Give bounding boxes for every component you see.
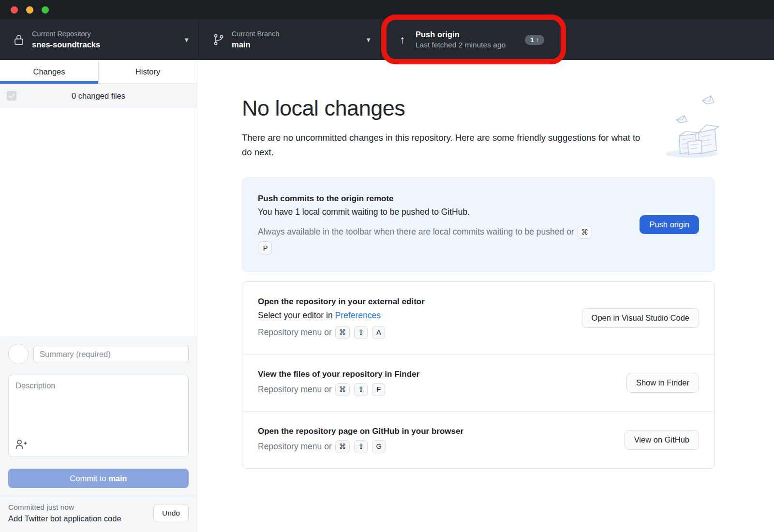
push-panel-hint-text: Always available in the toolbar when the…: [258, 227, 574, 236]
a-key: A: [372, 326, 385, 339]
undo-text: Committed just now Add Twitter bot appli…: [8, 503, 121, 523]
cmd-key: ⌘: [578, 226, 593, 239]
summary-row: [8, 344, 189, 364]
close-window-button[interactable]: [11, 6, 18, 14]
g-key: G: [372, 440, 385, 453]
push-origin-toolbar-button[interactable]: ↑ Push origin Last fetched 2 minutes ago…: [380, 19, 774, 60]
last-commit-message: Add Twitter bot application code: [8, 514, 121, 523]
f-key: F: [372, 383, 385, 396]
suggestion-row-github: Open the repository page on GitHub in yo…: [242, 411, 714, 468]
add-coauthor-icon[interactable]: [15, 439, 28, 452]
zoom-window-button[interactable]: [42, 6, 49, 14]
push-origin-button[interactable]: Push origin: [640, 215, 699, 234]
commit-description-box: [8, 375, 189, 457]
undo-button[interactable]: Undo: [153, 504, 189, 522]
preferences-link[interactable]: Preferences: [335, 310, 381, 320]
suggestion-subtitle: Select your editor in Preferences: [258, 310, 572, 321]
minimize-window-button[interactable]: [26, 6, 33, 14]
suggestion-text: Open the repository page on GitHub in yo…: [258, 427, 615, 453]
github-desktop-window: Current Repository snes-soundtracks ▼ Cu…: [0, 0, 774, 532]
suggestion-title: Open the repository in your external edi…: [258, 297, 572, 307]
undo-commit-banner: Committed just now Add Twitter bot appli…: [0, 496, 197, 532]
show-in-finder-button[interactable]: Show in Finder: [626, 373, 699, 393]
suggestion-text: Open the repository in your external edi…: [258, 297, 572, 339]
suggestion-title: View the files of your repository in Fin…: [258, 369, 617, 379]
window-body: Changes History 0 changed files: [0, 60, 774, 532]
commit-summary-input[interactable]: [33, 345, 189, 363]
cmd-key: ⌘: [335, 326, 350, 339]
push-panel-line1: You have 1 local commit waiting to be pu…: [258, 207, 630, 217]
main-content: No local changes There are no uncommitte…: [197, 60, 774, 532]
shift-key: ⇧: [354, 326, 368, 339]
suggestion-row-finder: View the files of your repository in Fin…: [242, 354, 714, 411]
repository-text: Current Repository snes-soundtracks: [32, 30, 100, 50]
branch-name: main: [232, 39, 279, 50]
push-panel-text: Push commits to the origin remote You ha…: [258, 194, 630, 255]
commit-to-main-button[interactable]: Commit to main: [8, 469, 189, 488]
suggestion-subtitle-text: Select your editor in: [258, 310, 335, 320]
changed-files-header: 0 changed files: [0, 84, 197, 108]
titlebar: [0, 0, 774, 19]
branch-text: Current Branch main: [232, 30, 279, 50]
changed-files-count: 0 changed files: [0, 91, 197, 101]
repository-name: snes-soundtracks: [32, 39, 100, 50]
suggestion-text: View the files of your repository in Fin…: [258, 369, 617, 396]
p-key: P: [259, 241, 272, 254]
sidebar-tabs: Changes History: [0, 60, 197, 84]
arrow-up-icon: ↑: [396, 34, 409, 45]
commit-button-branch: main: [108, 474, 127, 483]
suggestion-shortcut: Repository menu or ⌘⇧A: [258, 326, 572, 339]
changed-files-list: [0, 108, 197, 337]
current-repository-dropdown[interactable]: Current Repository snes-soundtracks ▼: [0, 19, 198, 60]
open-in-vscode-button[interactable]: Open in Visual Studio Code: [582, 308, 699, 328]
branch-label: Current Branch: [232, 30, 279, 39]
cmd-key: ⌘: [335, 383, 350, 396]
shortcut-prefix: Repository menu or: [258, 442, 332, 452]
suggestion-shortcut: Repository menu or ⌘⇧G: [258, 440, 615, 453]
page-description: There are no uncommitted changes in this…: [242, 131, 646, 159]
sidebar: Changes History 0 changed files: [0, 60, 197, 532]
suggestion-row-external-editor: Open the repository in your external edi…: [242, 282, 714, 354]
push-origin-subtitle: Last fetched 2 minutes ago: [416, 40, 506, 50]
toolbar: Current Repository snes-soundtracks ▼ Cu…: [0, 19, 774, 60]
push-panel-title: Push commits to the origin remote: [258, 194, 630, 204]
suggestion-shortcut: Repository menu or ⌘⇧F: [258, 383, 617, 396]
git-branch-icon: [212, 33, 225, 46]
paper-stack-illustration: [660, 88, 724, 163]
suggestions-panel: Open the repository in your external edi…: [242, 281, 715, 469]
tab-history[interactable]: History: [98, 60, 197, 83]
avatar: [8, 344, 29, 364]
repository-label: Current Repository: [32, 30, 100, 39]
chevron-down-icon: ▼: [183, 37, 190, 43]
chevron-down-icon: ▼: [365, 37, 372, 43]
commit-description-input[interactable]: [9, 375, 188, 457]
lock-icon: [13, 34, 25, 46]
commit-form: Commit to main: [0, 337, 197, 496]
commit-button-prefix: Commit to: [70, 474, 108, 483]
push-origin-title: Push origin: [416, 29, 506, 40]
cmd-key: ⌘: [335, 440, 350, 453]
push-origin-text: Push origin Last fetched 2 minutes ago: [416, 29, 506, 50]
ahead-count-badge: 1 ↑: [525, 35, 544, 45]
push-commits-panel: Push commits to the origin remote You ha…: [242, 177, 715, 272]
shortcut-prefix: Repository menu or: [258, 384, 332, 395]
shift-key: ⇧: [354, 440, 368, 453]
view-on-github-button[interactable]: View on GitHub: [625, 430, 699, 450]
current-branch-dropdown[interactable]: Current Branch main ▼: [198, 19, 380, 60]
shift-key: ⇧: [354, 383, 368, 396]
push-panel-hint: Always available in the toolbar when the…: [258, 224, 596, 255]
suggestion-title: Open the repository page on GitHub in yo…: [258, 427, 615, 436]
commit-status-text: Committed just now: [8, 503, 121, 512]
tab-changes[interactable]: Changes: [0, 60, 98, 83]
shortcut-prefix: Repository menu or: [258, 327, 332, 338]
